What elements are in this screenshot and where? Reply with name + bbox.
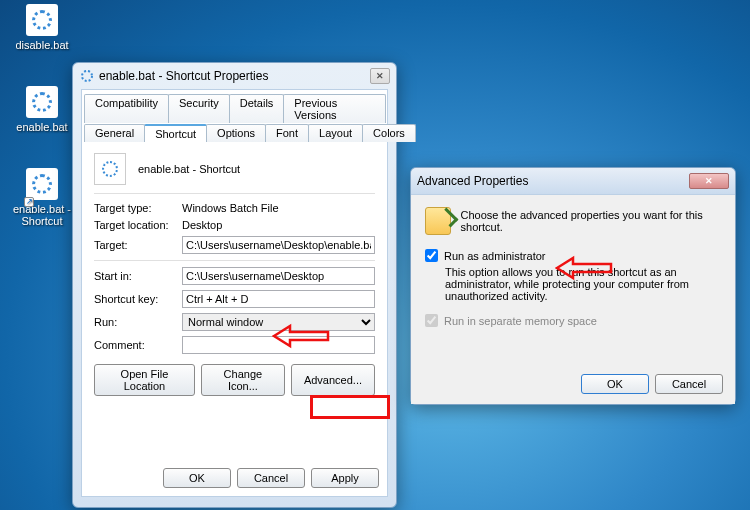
desktop-icon-label: disable.bat (15, 39, 68, 51)
run-select[interactable]: Normal window (182, 313, 375, 331)
run-as-admin-checkbox[interactable] (425, 249, 438, 262)
advanced-button[interactable]: Advanced... (291, 364, 375, 396)
tab-general[interactable]: General (84, 124, 145, 142)
tab-previous-versions[interactable]: Previous Versions (283, 94, 386, 123)
tab-compatibility[interactable]: Compatibility (84, 94, 169, 123)
open-file-location-button[interactable]: Open File Location (94, 364, 195, 396)
shortcut-key-input[interactable] (182, 290, 375, 308)
tab-details[interactable]: Details (229, 94, 285, 123)
window-icon (79, 68, 95, 84)
desktop-icon-label: enable.bat (16, 121, 67, 133)
tabs-row-lower: General Shortcut Options Font Layout Col… (82, 124, 387, 143)
tab-shortcut[interactable]: Shortcut (144, 124, 207, 142)
tab-colors[interactable]: Colors (362, 124, 416, 142)
close-button[interactable]: ✕ (370, 68, 390, 84)
target-type-value: Windows Batch File (182, 202, 375, 214)
batch-file-icon (26, 168, 58, 200)
file-name: enable.bat - Shortcut (138, 163, 240, 175)
tab-font[interactable]: Font (265, 124, 309, 142)
apply-button[interactable]: Apply (311, 468, 379, 488)
start-in-label: Start in: (94, 270, 182, 282)
tab-options[interactable]: Options (206, 124, 266, 142)
target-type-label: Target type: (94, 202, 182, 214)
shortcut-key-label: Shortcut key: (94, 293, 182, 305)
svg-point-0 (82, 71, 92, 81)
target-input[interactable] (182, 236, 375, 254)
advanced-intro-text: Choose the advanced properties you want … (461, 209, 721, 233)
run-separate-memory-checkbox (425, 314, 438, 327)
run-as-admin-label: Run as administrator (444, 250, 546, 262)
tab-security[interactable]: Security (168, 94, 230, 123)
run-label: Run: (94, 316, 182, 328)
target-label: Target: (94, 239, 182, 251)
ok-button[interactable]: OK (163, 468, 231, 488)
comment-input[interactable] (182, 336, 375, 354)
desktop-icon-label: enable.bat - Shortcut (13, 203, 71, 227)
shortcut-overlay-icon: ↗ (24, 197, 34, 207)
window-title: Advanced Properties (417, 174, 689, 188)
run-as-admin-description: This option allows you to run this short… (445, 266, 705, 302)
advanced-properties-dialog: Advanced Properties ✕ Choose the advance… (410, 167, 736, 405)
tab-panel-shortcut: enable.bat - Shortcut Target type: Windo… (82, 143, 387, 459)
run-separate-memory-label: Run in separate memory space (444, 315, 597, 327)
ok-button[interactable]: OK (581, 374, 649, 394)
desktop-icon-enable-shortcut[interactable]: ↗ enable.bat - Shortcut (4, 168, 80, 227)
shortcut-properties-dialog: enable.bat - Shortcut Properties ✕ Compa… (72, 62, 397, 508)
titlebar[interactable]: enable.bat - Shortcut Properties ✕ (73, 63, 396, 89)
desktop-icon-enable[interactable]: enable.bat (4, 86, 80, 133)
titlebar[interactable]: Advanced Properties ✕ (411, 168, 735, 194)
desktop-icon-disable[interactable]: disable.bat (4, 4, 80, 51)
target-location-value: Desktop (182, 219, 375, 231)
change-icon-button[interactable]: Change Icon... (201, 364, 285, 396)
file-type-icon (94, 153, 126, 185)
start-in-input[interactable] (182, 267, 375, 285)
close-button[interactable]: ✕ (689, 173, 729, 189)
cancel-button[interactable]: Cancel (655, 374, 723, 394)
target-location-label: Target location: (94, 219, 182, 231)
batch-file-icon (26, 86, 58, 118)
batch-file-icon (26, 4, 58, 36)
tabs-row-upper: Compatibility Security Details Previous … (82, 90, 387, 124)
tab-layout[interactable]: Layout (308, 124, 363, 142)
window-title: enable.bat - Shortcut Properties (99, 69, 370, 83)
comment-label: Comment: (94, 339, 182, 351)
folder-shortcut-icon (425, 207, 451, 235)
cancel-button[interactable]: Cancel (237, 468, 305, 488)
